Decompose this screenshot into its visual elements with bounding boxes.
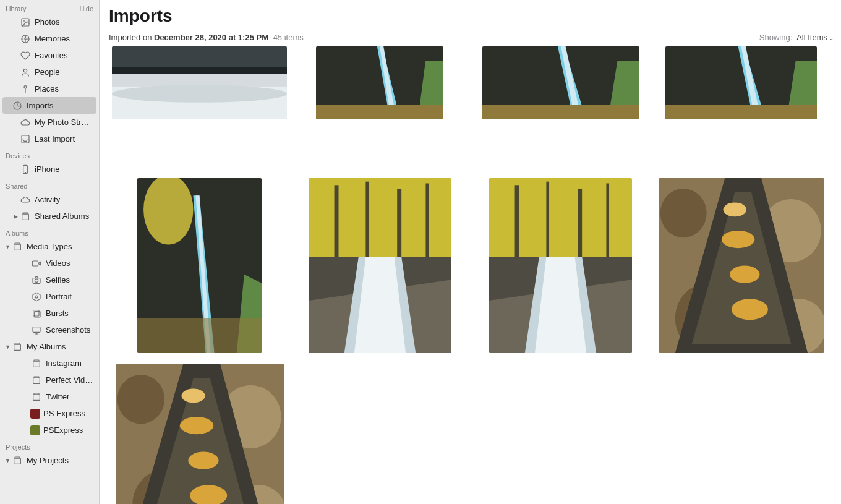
content-subbar: Imported on December 28, 2020 at 1:25 PM… (100, 29, 841, 46)
sidebar-item-library-3[interactable]: People (0, 64, 99, 80)
sidebar-item-media-type-4[interactable]: Screenshots (0, 322, 99, 338)
camera-icon (30, 274, 43, 286)
sidebar-item-label: Media Types (27, 242, 72, 251)
sidebar-item-media-type-0[interactable]: Videos (0, 255, 99, 271)
sidebar-item-label: Perfect Vid… (46, 375, 93, 385)
import-count: 45 items (273, 33, 304, 42)
section-title: Library (6, 5, 27, 12)
sidebar-item-library-2[interactable]: Favorites (0, 47, 99, 64)
svg-rect-41 (316, 105, 443, 119)
photo-thumbnail[interactable] (109, 178, 289, 353)
album-icon (11, 341, 23, 353)
svg-rect-30 (34, 393, 39, 395)
hide-button[interactable]: Hide (79, 5, 93, 12)
filter-dropdown[interactable]: Showing: All Items⌄ (759, 33, 834, 42)
photo-thumbnail[interactable] (109, 364, 291, 504)
sidebar-item-my-album-0[interactable]: Instagram (0, 355, 99, 372)
chevron-down-icon: ⌄ (829, 35, 834, 41)
svg-rect-53 (137, 318, 262, 353)
sidebar-item-media-type-1[interactable]: Selfies (0, 271, 99, 288)
sidebar-item-label: Activity (35, 195, 60, 204)
svg-rect-56 (365, 182, 369, 257)
sidebar-item-label: Imports (27, 101, 53, 110)
sidebar-item-my-album-3[interactable]: PS Express (0, 405, 99, 422)
photo-thumbnail[interactable] (471, 46, 651, 167)
photo-thumbnail[interactable] (289, 46, 470, 167)
sidebar-item-library-1[interactable]: Memories (0, 30, 99, 47)
sidebar-item-library-0[interactable]: Photos (0, 14, 99, 30)
album-icon (30, 374, 43, 387)
import-date: December 28, 2020 at 1:25 PM (154, 33, 268, 42)
sidebar-item-library-4[interactable]: Places (0, 80, 99, 97)
filter-value: All Items (796, 33, 827, 42)
video-icon (30, 257, 43, 270)
photo-thumbnail[interactable] (651, 178, 832, 353)
sidebar-section-library: Library Hide (0, 4, 99, 14)
sidebar-item-library-6[interactable]: My Photo Str… (0, 114, 99, 130)
sidebar-item-media-types[interactable]: ▼Media Types (0, 238, 99, 255)
sidebar-item-label: My Photo Str… (35, 117, 89, 127)
sidebar-item-device-0[interactable]: iPhone (0, 161, 99, 177)
svg-point-1 (23, 20, 25, 22)
svg-rect-65 (607, 183, 610, 257)
svg-point-76 (723, 203, 746, 217)
sidebar-item-my-album-2[interactable]: Twitter (0, 388, 99, 405)
svg-point-85 (181, 389, 205, 403)
svg-rect-9 (22, 214, 29, 220)
app-icon (30, 409, 40, 419)
sidebar-item-label: Last Import (35, 134, 75, 143)
page-title: Imports (109, 6, 832, 26)
photo-grid (100, 46, 841, 504)
photo-thumbnail[interactable] (289, 178, 470, 353)
svg-point-74 (730, 266, 759, 283)
svg-rect-32 (15, 457, 20, 458)
svg-rect-27 (33, 378, 40, 383)
sidebar-item-media-type-2[interactable]: Portrait (0, 288, 99, 305)
content-area: Imports Imported on December 28, 2020 at… (100, 0, 841, 504)
tray-icon (19, 133, 32, 145)
svg-rect-24 (15, 343, 20, 344)
svg-rect-64 (578, 189, 582, 257)
disclosure-right-icon: ▶ (12, 213, 19, 220)
svg-rect-26 (34, 360, 39, 361)
photo-thumbnail[interactable] (651, 46, 832, 167)
sidebar-item-my-projects[interactable]: ▼My Projects (0, 452, 99, 469)
portrait-icon (30, 291, 43, 303)
sidebar-item-my-albums[interactable]: ▼My Albums (0, 338, 99, 355)
cloud-icon (19, 194, 32, 206)
section-title: Devices (6, 152, 30, 160)
sidebar-section-shared: Shared (0, 181, 99, 191)
screenshots-icon (30, 324, 43, 336)
memories-icon (19, 33, 32, 45)
svg-point-78 (117, 375, 164, 424)
photo-thumbnail[interactable] (109, 46, 289, 167)
sidebar-item-label: Memories (35, 34, 70, 43)
sidebar-item-shared-1[interactable]: ▶Shared Albums (0, 208, 99, 224)
clock-icon (11, 100, 23, 112)
photo-thumbnail[interactable] (471, 178, 651, 353)
sidebar-item-label: Favorites (35, 51, 67, 60)
album-icon (30, 357, 43, 370)
svg-rect-28 (34, 377, 39, 378)
sidebar-section-projects: Projects (0, 442, 99, 452)
sidebar-item-my-album-4[interactable]: PSExpress (0, 422, 99, 438)
sidebar-item-label: Shared Albums (35, 211, 89, 221)
album-icon (11, 241, 23, 253)
sidebar-item-label: PSExpress (43, 425, 83, 435)
sidebar-item-library-7[interactable]: Last Import (0, 130, 99, 147)
sidebar-item-label: Screenshots (46, 325, 90, 335)
sidebar-item-library-5[interactable]: Imports (2, 97, 96, 114)
section-title: Projects (6, 443, 30, 451)
svg-rect-58 (425, 183, 429, 257)
sidebar-section-devices: Devices (0, 151, 99, 161)
svg-rect-6 (22, 135, 29, 143)
sidebar: Library Hide PhotosMemoriesFavoritesPeop… (0, 0, 100, 504)
svg-rect-13 (32, 261, 38, 266)
sidebar-item-my-album-1[interactable]: Perfect Vid… (0, 372, 99, 388)
sidebar-item-shared-0[interactable]: Activity (0, 191, 99, 208)
sidebar-item-label: My Projects (27, 456, 69, 465)
cloud-icon (19, 116, 32, 129)
import-prefix: Imported on (109, 33, 154, 42)
sidebar-item-media-type-3[interactable]: Bursts (0, 305, 99, 322)
svg-rect-49 (665, 105, 817, 119)
